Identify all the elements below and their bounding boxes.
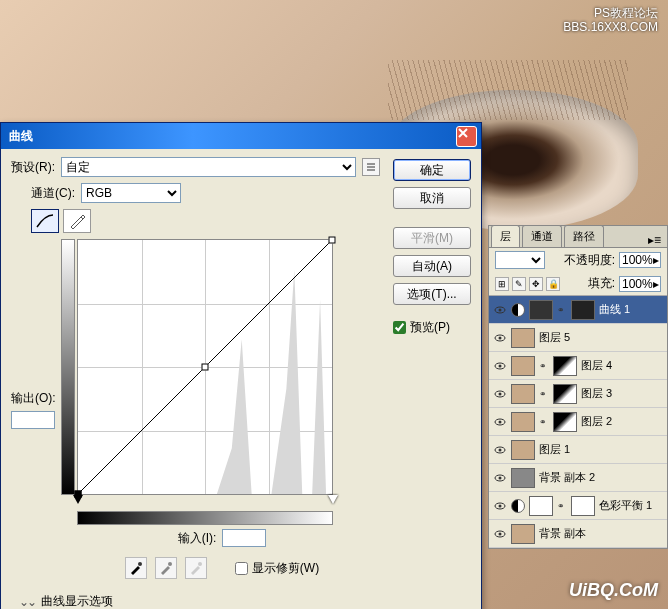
background-lashes bbox=[388, 60, 628, 120]
watermark-top: PS教程论坛 BBS.16XX8.COM bbox=[563, 6, 658, 34]
layer-thumbnail[interactable] bbox=[511, 384, 535, 404]
link-icon[interactable]: ⚭ bbox=[539, 417, 549, 427]
curve-point-highlight[interactable] bbox=[329, 237, 336, 244]
lock-pixels-icon[interactable]: ✎ bbox=[512, 277, 526, 291]
fill-label: 填充: bbox=[588, 275, 615, 292]
ok-button[interactable]: 确定 bbox=[393, 159, 471, 181]
layer-row[interactable]: ⚭图层 4 bbox=[489, 352, 667, 380]
opacity-value[interactable]: 100%▸ bbox=[619, 252, 661, 268]
mask-thumbnail[interactable] bbox=[571, 496, 595, 516]
output-label: 输出(O): bbox=[11, 390, 56, 407]
eyedropper-gray[interactable] bbox=[155, 557, 177, 579]
preset-select[interactable]: 自定 bbox=[61, 157, 356, 177]
lock-all-icon[interactable]: 🔒 bbox=[546, 277, 560, 291]
mask-thumbnail[interactable] bbox=[553, 356, 577, 376]
curve-graph[interactable] bbox=[77, 239, 333, 495]
curves-dialog: 曲线 预设(R): 自定 通道(C): RGB bbox=[0, 122, 482, 609]
show-clip-checkbox[interactable] bbox=[235, 562, 248, 575]
svg-point-17 bbox=[499, 476, 502, 479]
layer-name: 图层 5 bbox=[539, 330, 570, 345]
layer-thumbnail[interactable] bbox=[511, 524, 535, 544]
mask-thumbnail[interactable] bbox=[571, 300, 595, 320]
layer-row[interactable]: ⚭曲线 1 bbox=[489, 296, 667, 324]
horizontal-gradient bbox=[77, 511, 333, 525]
titlebar[interactable]: 曲线 bbox=[1, 123, 481, 149]
svg-point-5 bbox=[499, 308, 502, 311]
layers-panel: 层 通道 路径 ▸≡ 不透明度: 100%▸ ⊞ ✎ ✥ 🔒 填充: 100%▸… bbox=[488, 225, 668, 549]
layer-thumbnail[interactable] bbox=[511, 412, 535, 432]
layer-row[interactable]: 图层 1 bbox=[489, 436, 667, 464]
preview-checkbox[interactable] bbox=[393, 321, 406, 334]
lock-transparency-icon[interactable]: ⊞ bbox=[495, 277, 509, 291]
layer-row[interactable]: 背景 副本 2 bbox=[489, 464, 667, 492]
visibility-icon[interactable] bbox=[493, 527, 507, 541]
preset-label: 预设(R): bbox=[11, 159, 55, 176]
link-icon[interactable]: ⚭ bbox=[557, 305, 567, 315]
visibility-icon[interactable] bbox=[493, 471, 507, 485]
layer-row[interactable]: ⚭图层 2 bbox=[489, 408, 667, 436]
white-point-slider[interactable] bbox=[328, 495, 337, 505]
layer-thumbnail[interactable] bbox=[511, 328, 535, 348]
tab-channels[interactable]: 通道 bbox=[522, 225, 562, 247]
visibility-icon[interactable] bbox=[493, 443, 507, 457]
curve-display-options[interactable]: ⌄⌄ 曲线显示选项 bbox=[19, 593, 383, 609]
fill-value[interactable]: 100%▸ bbox=[619, 276, 661, 292]
visibility-icon[interactable] bbox=[493, 387, 507, 401]
visibility-icon[interactable] bbox=[493, 359, 507, 373]
visibility-icon[interactable] bbox=[493, 499, 507, 513]
input-input[interactable] bbox=[222, 529, 266, 547]
link-icon[interactable]: ⚭ bbox=[557, 501, 567, 511]
auto-button[interactable]: 自动(A) bbox=[393, 255, 471, 277]
tab-paths[interactable]: 路径 bbox=[564, 225, 604, 247]
mask-thumbnail[interactable] bbox=[553, 384, 577, 404]
preview-label: 预览(P) bbox=[410, 319, 450, 336]
svg-point-7 bbox=[499, 336, 502, 339]
black-point-slider[interactable] bbox=[73, 495, 82, 505]
svg-point-11 bbox=[499, 392, 502, 395]
layer-row[interactable]: ⚭图层 3 bbox=[489, 380, 667, 408]
link-icon[interactable]: ⚭ bbox=[539, 389, 549, 399]
output-input[interactable] bbox=[11, 411, 55, 429]
layer-name: 曲线 1 bbox=[599, 302, 630, 317]
layer-name: 图层 3 bbox=[581, 386, 612, 401]
layer-row[interactable]: ⚭色彩平衡 1 bbox=[489, 492, 667, 520]
visibility-icon[interactable] bbox=[493, 303, 507, 317]
eyedropper-black[interactable] bbox=[125, 557, 147, 579]
layer-row[interactable]: 图层 5 bbox=[489, 324, 667, 352]
link-icon[interactable]: ⚭ bbox=[539, 361, 549, 371]
layer-name: 图层 4 bbox=[581, 358, 612, 373]
mask-thumbnail[interactable] bbox=[553, 412, 577, 432]
channel-select[interactable]: RGB bbox=[81, 183, 181, 203]
layer-thumbnail[interactable] bbox=[529, 496, 553, 516]
curve-tool-pencil[interactable] bbox=[63, 209, 91, 233]
layer-thumbnail[interactable] bbox=[511, 440, 535, 460]
layer-thumbnail[interactable] bbox=[529, 300, 553, 320]
preset-menu-icon[interactable] bbox=[362, 158, 380, 176]
chevron-down-icon: ⌄⌄ bbox=[19, 595, 35, 609]
layer-row[interactable]: 背景 副本 bbox=[489, 520, 667, 548]
layer-thumbnail[interactable] bbox=[511, 356, 535, 376]
show-clip-label: 显示修剪(W) bbox=[252, 560, 319, 577]
tab-layers[interactable]: 层 bbox=[491, 225, 520, 247]
visibility-icon[interactable] bbox=[493, 331, 507, 345]
panel-menu-icon[interactable]: ▸≡ bbox=[642, 233, 667, 247]
blend-mode-select[interactable] bbox=[495, 251, 545, 269]
layer-thumbnail[interactable] bbox=[511, 468, 535, 488]
cancel-button[interactable]: 取消 bbox=[393, 187, 471, 209]
layer-name: 色彩平衡 1 bbox=[599, 498, 652, 513]
eyedropper-white[interactable] bbox=[185, 557, 207, 579]
layer-list: ⚭曲线 1图层 5⚭图层 4⚭图层 3⚭图层 2图层 1背景 副本 2⚭色彩平衡… bbox=[489, 295, 667, 548]
smooth-button[interactable]: 平滑(M) bbox=[393, 227, 471, 249]
opacity-label: 不透明度: bbox=[564, 252, 615, 269]
dialog-title: 曲线 bbox=[9, 128, 456, 145]
layer-name: 图层 2 bbox=[581, 414, 612, 429]
lock-position-icon[interactable]: ✥ bbox=[529, 277, 543, 291]
layer-name: 图层 1 bbox=[539, 442, 570, 457]
close-button[interactable] bbox=[456, 126, 477, 147]
curve-tool-point[interactable] bbox=[31, 209, 59, 233]
options-button[interactable]: 选项(T)... bbox=[393, 283, 471, 305]
vertical-gradient bbox=[61, 239, 75, 495]
visibility-icon[interactable] bbox=[493, 415, 507, 429]
curve-point-mid[interactable] bbox=[202, 364, 209, 371]
layer-name: 背景 副本 bbox=[539, 526, 586, 541]
